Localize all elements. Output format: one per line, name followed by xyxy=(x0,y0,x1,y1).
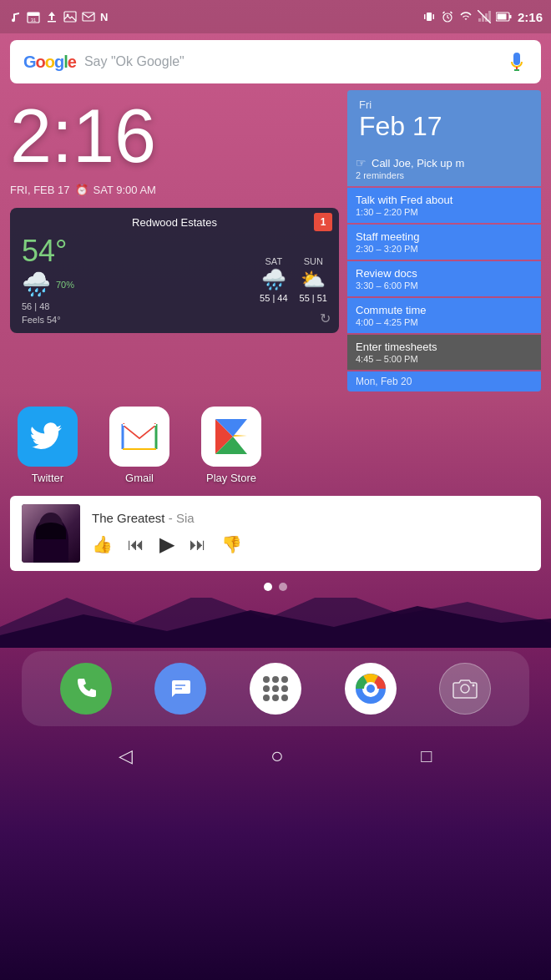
calendar-event-6[interactable]: Mon, Feb 20 xyxy=(347,371,541,391)
svg-rect-11 xyxy=(478,18,481,22)
dock-messages-button[interactable] xyxy=(154,663,206,715)
status-icons-right: 2:16 xyxy=(422,10,543,24)
music-title-row: The Greatest - Sia xyxy=(92,511,529,526)
weather-day-sun: SUN ⛅ 55 | 51 xyxy=(300,256,327,303)
back-button[interactable]: ◁ xyxy=(119,745,133,767)
calendar-icon: 31 xyxy=(27,10,40,23)
music-controls: 👍 ⏮ ▶ ⏭ 👎 xyxy=(92,533,529,556)
dock xyxy=(22,651,529,726)
music-note-icon xyxy=(8,10,22,23)
svg-rect-3 xyxy=(48,21,56,23)
clock-date: FRI, FEB 17 ⏰ SAT 9:00 AM xyxy=(10,184,339,196)
mountain-silhouette xyxy=(0,598,551,648)
prev-track-button[interactable]: ⏮ xyxy=(128,535,144,554)
svg-rect-1 xyxy=(28,13,39,16)
weather-feelslike: Feels 54° xyxy=(22,315,74,325)
battery-icon xyxy=(496,10,513,23)
status-icons-left: 31 N xyxy=(8,10,108,23)
weather-humidity: 70% xyxy=(56,280,74,290)
weather-day-sat: SAT 🌧️ 55 | 44 xyxy=(260,256,287,303)
weather-main: 54° 🌧️ 70% 56 | 48 Feels 54° SAT 🌧️ 55 |… xyxy=(22,234,327,325)
svg-rect-7 xyxy=(427,13,432,21)
music-info: The Greatest - Sia 👍 ⏮ ▶ ⏭ 👎 xyxy=(92,511,529,556)
app-item-playstore[interactable]: Play Store xyxy=(194,407,269,484)
weather-refresh-icon[interactable]: ↻ xyxy=(320,311,331,326)
calendar-event-2[interactable]: Staff meeting 2:30 – 3:20 PM xyxy=(347,225,541,260)
play-button[interactable]: ▶ xyxy=(159,533,174,556)
mail-icon xyxy=(82,10,95,23)
page-indicators xyxy=(0,583,551,591)
music-artist-name: Sia xyxy=(176,511,195,525)
calendar-widget[interactable]: Fri Feb 17 ☞ Call Joe, Pick up m 2 remin… xyxy=(347,90,541,391)
calendar-events-list: ☞ Call Joe, Pick up m 2 reminders Talk w… xyxy=(347,150,541,391)
weather-highlow: 56 | 48 xyxy=(22,301,74,311)
google-logo: Google xyxy=(23,53,76,72)
calendar-event-5[interactable]: Enter timesheets 4:45 – 5:00 PM xyxy=(347,335,541,370)
calendar-event-0[interactable]: ☞ Call Joe, Pick up m 2 reminders xyxy=(347,150,541,186)
recents-button[interactable]: □ xyxy=(421,745,432,767)
thumbs-up-button[interactable]: 👍 xyxy=(92,534,113,554)
next-track-button[interactable]: ⏭ xyxy=(190,535,206,554)
calendar-date: Feb 17 xyxy=(359,111,529,142)
thumbs-down-button[interactable]: 👎 xyxy=(221,534,242,554)
app-item-gmail[interactable]: Gmail xyxy=(102,407,177,484)
music-player[interactable]: The Greatest - Sia 👍 ⏮ ▶ ⏭ 👎 xyxy=(10,496,541,571)
weather-location: Redwood Estates xyxy=(22,216,327,229)
weather-current-icon: 🌧️ xyxy=(22,270,51,298)
svg-rect-21 xyxy=(123,424,156,426)
home-button[interactable]: ○ xyxy=(270,743,284,769)
search-placeholder: Say "Ok Google" xyxy=(84,54,498,69)
weather-alert-badge: 1 xyxy=(314,213,332,231)
svg-text:31: 31 xyxy=(31,18,37,23)
mic-icon[interactable] xyxy=(506,51,528,73)
svg-rect-4 xyxy=(64,12,76,22)
svg-point-29 xyxy=(473,684,475,687)
calendar-header: Fri Feb 17 xyxy=(347,90,541,150)
alarm-icon xyxy=(441,10,454,23)
dock-phone-button[interactable] xyxy=(60,663,112,715)
app-icons-row: Twitter Gmail xyxy=(0,407,551,484)
svg-rect-14 xyxy=(488,11,491,22)
gmail-icon[interactable] xyxy=(109,407,169,467)
reminder-row: ☞ Call Joe, Pick up m xyxy=(356,156,533,169)
main-content: 2:16 FRI, FEB 17 ⏰ SAT 9:00 AM Redwood E… xyxy=(0,90,551,391)
weather-widget[interactable]: Redwood Estates 1 54° 🌧️ 70% 56 | 48 Fee… xyxy=(10,208,339,333)
nav-bar: ◁ ○ □ xyxy=(0,731,551,780)
weather-forecast: SAT 🌧️ 55 | 44 SUN ⛅ 55 | 51 xyxy=(83,256,327,303)
page-dot-1[interactable] xyxy=(264,583,272,591)
search-bar[interactable]: Google Say "Ok Google" xyxy=(10,40,541,83)
calendar-event-3[interactable]: Review docs 3:30 – 6:00 PM xyxy=(347,261,541,296)
gmail-label: Gmail xyxy=(125,472,154,484)
music-song-title: The Greatest xyxy=(92,511,165,525)
svg-rect-18 xyxy=(497,14,506,20)
svg-rect-6 xyxy=(83,13,94,21)
calendar-event-4[interactable]: Commute time 4:00 – 4:25 PM xyxy=(347,298,541,333)
svg-rect-9 xyxy=(432,14,434,19)
page-dot-2[interactable] xyxy=(279,583,287,591)
reminder-icon: ☞ xyxy=(356,156,366,169)
n-app-icon: N xyxy=(100,11,108,23)
wifi-icon xyxy=(459,10,473,23)
vibrate-icon xyxy=(422,10,436,23)
app-item-twitter[interactable]: Twitter xyxy=(10,407,85,484)
music-thumbnail xyxy=(22,504,80,563)
dock-apps-button[interactable] xyxy=(250,663,301,715)
svg-rect-8 xyxy=(424,14,426,19)
calendar-event-1[interactable]: Talk with Fred about 1:30 – 2:20 PM xyxy=(347,188,541,223)
playstore-label: Play Store xyxy=(206,472,256,484)
clock-time: 2:16 xyxy=(10,99,339,174)
svg-rect-17 xyxy=(509,15,512,18)
calendar-day-name: Fri xyxy=(359,99,529,111)
signal-icon xyxy=(478,10,491,23)
playstore-icon[interactable] xyxy=(201,407,261,467)
dock-camera-button[interactable] xyxy=(439,663,491,715)
twitter-label: Twitter xyxy=(32,472,63,484)
weather-temperature: 54° xyxy=(22,234,74,269)
alarm-clock-icon: ⏰ xyxy=(75,184,88,196)
image-icon xyxy=(63,10,77,23)
upload-icon xyxy=(45,10,58,23)
status-time: 2:16 xyxy=(518,10,543,24)
twitter-icon[interactable] xyxy=(18,407,78,467)
clock-section: 2:16 FRI, FEB 17 ⏰ SAT 9:00 AM Redwood E… xyxy=(10,90,339,391)
dock-chrome-button[interactable] xyxy=(345,663,397,715)
